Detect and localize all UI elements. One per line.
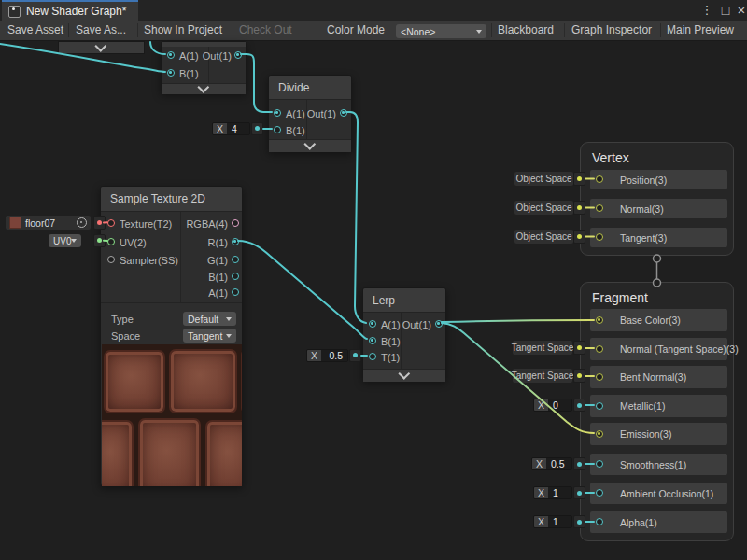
tab-new-shader-graph[interactable]: New Shader Graph*	[2, 0, 138, 21]
port-label: R(1)	[208, 237, 228, 248]
smoothness-float-field[interactable]: X 0.5	[531, 457, 572, 470]
port-lerp-a[interactable]	[369, 320, 376, 328]
connector-dot	[97, 220, 102, 225]
port-label: Texture(T2)	[120, 218, 172, 230]
port-label: UV(2)	[120, 237, 147, 248]
save-asset-button[interactable]: Save Asset	[7, 21, 63, 40]
vertex-row-tangent[interactable]: Tangent(3)	[590, 228, 727, 247]
space-dropdown[interactable]: Tangent	[183, 329, 236, 343]
port-bent-normal[interactable]	[596, 373, 603, 381]
object-picker-icon[interactable]	[77, 217, 87, 228]
fragment-row-alpha[interactable]: Alpha(1)	[590, 511, 727, 533]
color-mode-label: Color Mode	[327, 21, 385, 40]
lerp-t-float-field[interactable]: X -0.5	[306, 349, 348, 362]
port-smoothness[interactable]	[596, 460, 603, 468]
close-icon[interactable]: ×	[735, 0, 747, 21]
port-ambient-occlusion[interactable]	[596, 489, 603, 497]
port-base-color[interactable]	[596, 316, 603, 324]
window-menu-icon[interactable]: ⋮	[700, 0, 713, 21]
block-port-label: Normal(3)	[620, 203, 664, 215]
show-in-project-button[interactable]: Show In Project	[144, 21, 222, 40]
vertex-row-normal[interactable]: Normal(3)	[590, 199, 727, 218]
wire-r-output-to-lerp-b[interactable]	[238, 241, 367, 339]
vertex-block[interactable]: Vertex Position(3) Normal(3) Tangent(3)	[580, 142, 734, 256]
field-value[interactable]: 0.5	[546, 458, 571, 469]
port-a-output[interactable]	[232, 288, 239, 296]
port-sampler-input[interactable]	[107, 256, 115, 263]
color-mode-dropdown[interactable]: <None>	[396, 24, 486, 38]
field-value[interactable]: 4	[227, 123, 249, 134]
divide-b-float-field[interactable]: X 4	[212, 122, 250, 135]
type-dropdown[interactable]: Default	[183, 312, 236, 326]
ambient-occlusion-float-field[interactable]: X 1	[533, 486, 572, 499]
toolbar-separator	[68, 23, 69, 37]
lerp-node-title: Lerp	[363, 288, 445, 313]
port-b-output[interactable]	[232, 273, 239, 280]
port-rgba-output[interactable]	[232, 219, 239, 227]
offscreen-node-collapse-bar[interactable]	[58, 41, 145, 54]
port-r-output[interactable]	[232, 238, 239, 245]
fragment-row-metallic[interactable]: Metallic(1)	[590, 395, 727, 417]
add-node-collapse-bar[interactable]	[162, 83, 246, 94]
fragment-block[interactable]: Fragment Base Color(3) Normal (Tangent S…	[580, 282, 734, 541]
port-texture-input[interactable]	[107, 219, 115, 227]
chevron-down-icon	[476, 30, 482, 34]
space-pill-label: Object Space	[515, 231, 571, 242]
divide-node[interactable]: Divide A(1) B(1) Out(1)	[268, 75, 352, 152]
fragment-row-ambient-occlusion[interactable]: Ambient Occlusion(1)	[590, 483, 727, 504]
block-port-label: Alpha(1)	[620, 517, 657, 528]
port-lerp-b[interactable]	[369, 337, 376, 344]
port-divide-out[interactable]	[340, 109, 347, 117]
port-position[interactable]	[596, 175, 603, 183]
lerp-node[interactable]: Lerp A(1) B(1) T(1) Out(1)	[362, 287, 446, 381]
port-add-a[interactable]	[167, 51, 175, 59]
add-node[interactable]: A(1) B(1) Out(1)	[161, 41, 247, 93]
port-g-output[interactable]	[232, 256, 239, 263]
port-tangent[interactable]	[596, 233, 603, 241]
port-normal-tangent-space[interactable]	[596, 345, 603, 353]
port-divide-a[interactable]	[274, 109, 281, 117]
divide-node-collapse-bar[interactable]	[269, 139, 351, 152]
port-lerp-t[interactable]	[369, 353, 376, 360]
blackboard-button[interactable]: Blackboard	[498, 21, 554, 40]
fragment-row-smoothness[interactable]: Smoothness(1)	[590, 454, 727, 475]
field-value[interactable]: 1	[548, 487, 571, 498]
port-divide-b[interactable]	[274, 126, 281, 133]
fragment-row-normal-ts[interactable]: Normal (Tangent Space)(3)	[590, 338, 727, 360]
port-lerp-out[interactable]	[435, 320, 443, 328]
texture-asset-name: floor07	[25, 217, 55, 229]
port-add-out[interactable]	[234, 51, 242, 59]
vertex-block-title: Vertex	[592, 150, 629, 165]
field-x-label: X	[534, 399, 548, 411]
texture-asset-field[interactable]: floor07	[6, 216, 91, 230]
alpha-float-field[interactable]: X 1	[533, 515, 572, 528]
port-emission[interactable]	[596, 430, 603, 438]
port-normal[interactable]	[596, 204, 603, 212]
field-value[interactable]: 0	[548, 399, 571, 411]
toolbar-separator	[491, 23, 492, 37]
port-add-b[interactable]	[167, 69, 175, 77]
sample-texture-2d-node[interactable]: Sample Texture 2D Texture(T2) UV(2) Samp…	[100, 186, 243, 486]
space-value: Tangent	[188, 330, 222, 342]
port-uv-input[interactable]	[107, 238, 115, 245]
main-preview-button[interactable]: Main Preview	[667, 21, 734, 40]
vertex-row-position[interactable]: Position(3)	[590, 170, 727, 189]
wire-lerp-out-to-base-color[interactable]	[442, 320, 594, 322]
toolbar: Save Asset Save As... Show In Project Ch…	[0, 21, 747, 41]
toolbar-separator	[564, 23, 565, 37]
lerp-node-collapse-bar[interactable]	[363, 369, 445, 382]
color-mode-value: <None>	[401, 26, 435, 37]
port-metallic[interactable]	[596, 402, 603, 410]
uv-channel-dropdown[interactable]: UV0	[49, 234, 81, 247]
metallic-float-field[interactable]: X 0	[533, 399, 572, 412]
field-value[interactable]: 1	[548, 516, 571, 527]
fragment-row-base-color[interactable]: Base Color(3)	[590, 309, 727, 331]
fragment-row-emission[interactable]: Emission(3)	[590, 423, 727, 445]
maximize-icon[interactable]: □	[718, 0, 733, 21]
fragment-row-bent-normal[interactable]: Bent Normal(3)	[590, 366, 727, 388]
chevron-down-icon	[398, 368, 410, 380]
field-value[interactable]: -0.5	[321, 350, 347, 361]
graph-inspector-button[interactable]: Graph Inspector	[571, 21, 652, 40]
save-as-button[interactable]: Save As...	[76, 21, 126, 40]
port-alpha[interactable]	[596, 518, 603, 525]
